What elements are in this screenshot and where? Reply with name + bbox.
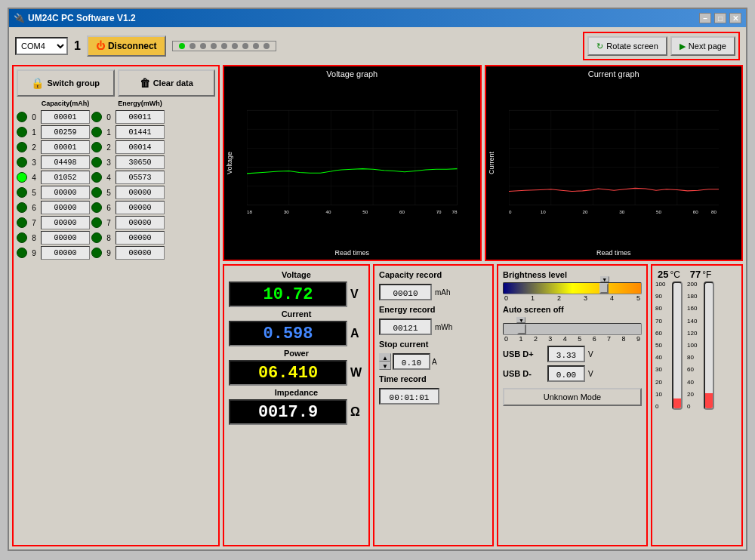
switch-clear-row: 🔒 Switch group 🗑 Clear data xyxy=(17,69,215,97)
impedance-label: Impedance xyxy=(229,388,364,397)
stop-current-row: ▲ ▼ 0.10 A xyxy=(379,353,488,370)
main-body: 🔒 Switch group 🗑 Clear data Capacity(mAh… xyxy=(12,65,743,546)
led-left-7[interactable] xyxy=(17,217,27,228)
switch-group-button[interactable]: 🔒 Switch group xyxy=(17,69,115,97)
minimize-button[interactable]: – xyxy=(699,13,711,23)
ch-val-right-4: 05573 xyxy=(116,171,165,184)
com-port-select[interactable]: COM4 xyxy=(15,37,68,55)
celsius-scale: 100 90 80 70 60 50 40 30 20 10 xyxy=(655,282,665,410)
led-left-6[interactable] xyxy=(17,202,27,213)
led-right-1[interactable] xyxy=(91,127,102,137)
ch-val-left-4: 01052 xyxy=(41,171,90,184)
led-1 xyxy=(179,43,185,49)
time-record-value: 00:01:01 xyxy=(379,388,439,405)
svg-text:30: 30 xyxy=(619,209,624,214)
led-left-1[interactable] xyxy=(17,127,27,137)
ch-val-left-2: 00001 xyxy=(41,140,90,154)
brightness-thumb[interactable] xyxy=(599,283,609,294)
channel-list: 0000010000111002591014412000012000143044… xyxy=(17,110,215,260)
current-graph-panel: Current graph Current xyxy=(485,65,744,261)
led-left-5[interactable] xyxy=(17,187,27,198)
stop-current-value: 0.10 xyxy=(393,353,430,370)
svg-text:40: 40 xyxy=(325,209,331,214)
svg-text:78: 78 xyxy=(452,209,458,214)
usb-dplus-unit: V xyxy=(588,350,593,358)
voltage-graph-title: Voltage graph xyxy=(224,69,480,78)
thermometer-panel: 25 °C 100 90 80 70 60 xyxy=(651,264,743,546)
usb-dminus-unit: V xyxy=(588,370,593,378)
channel-row-3: 304498330650 xyxy=(17,155,215,169)
brightness-track[interactable] xyxy=(503,282,642,294)
auto-screen-thumb[interactable] xyxy=(517,324,526,334)
rotate-screen-button[interactable]: ↻ Rotate screen xyxy=(587,36,667,56)
led-left-9[interactable] xyxy=(17,248,27,258)
spin-up-button[interactable]: ▲ xyxy=(379,353,391,362)
usb-dplus-row: USB D+ 3.33 V xyxy=(503,346,642,362)
voltage-label: Voltage xyxy=(229,270,364,279)
next-page-button[interactable]: ▶ Next page xyxy=(670,36,735,56)
channel-row-5: 500000500000 xyxy=(17,186,215,199)
ch-val-right-3: 30650 xyxy=(116,155,165,169)
current-display: 0.598 xyxy=(229,321,347,346)
led-left-2[interactable] xyxy=(17,142,27,152)
dot-indicators xyxy=(172,41,578,51)
capacity-row: 00010 mAh xyxy=(379,284,488,300)
led-right-5[interactable] xyxy=(91,187,102,198)
spin-down-button[interactable]: ▼ xyxy=(379,362,391,370)
channel-row-7: 700000700000 xyxy=(17,216,215,229)
data-row: Voltage 10.72 V Current 0.598 A Power xyxy=(223,264,743,546)
brightness-dropdown[interactable]: ▼ xyxy=(600,276,609,282)
left-panel: 🔒 Switch group 🗑 Clear data Capacity(mAh… xyxy=(12,65,220,546)
time-record-label: Time record xyxy=(379,374,488,383)
usb-dplus-label: USB D+ xyxy=(503,349,544,358)
svg-text:20: 20 xyxy=(582,209,587,214)
usb-dplus-value: 3.33 xyxy=(547,346,585,362)
led-right-3[interactable] xyxy=(91,157,102,168)
led-left-3[interactable] xyxy=(17,157,27,168)
fahrenheit-unit: °F xyxy=(702,269,711,280)
led-right-7[interactable] xyxy=(91,217,102,228)
led-right-4[interactable] xyxy=(91,172,102,183)
clear-data-button[interactable]: 🗑 Clear data xyxy=(118,69,216,97)
maximize-button[interactable]: □ xyxy=(714,13,726,23)
stop-current-unit: A xyxy=(432,358,437,366)
close-button[interactable]: ✕ xyxy=(729,13,741,23)
nav-buttons-group: ↻ Rotate screen ▶ Next page xyxy=(583,32,740,60)
voltage-x-label: Read times xyxy=(224,249,480,257)
auto-screen-track[interactable] xyxy=(503,323,642,335)
ch-idx-right-9: 9 xyxy=(103,249,114,257)
led-right-6[interactable] xyxy=(91,202,102,213)
ch-val-left-9: 00000 xyxy=(41,246,90,260)
svg-text:0: 0 xyxy=(509,209,512,214)
impedance-unit: Ω xyxy=(350,405,364,419)
svg-text:60: 60 xyxy=(692,209,698,214)
fahrenheit-thermo-body: 200 180 160 140 120 100 80 60 40 20 xyxy=(687,282,714,410)
ch-idx-left-3: 3 xyxy=(29,158,39,167)
ch-val-right-7: 00000 xyxy=(116,216,165,229)
current-y-label: Current xyxy=(488,152,495,174)
led-left-0[interactable] xyxy=(17,112,27,122)
ch-idx-right-2: 2 xyxy=(103,143,114,152)
led-right-0[interactable] xyxy=(91,112,102,122)
channel-row-4: 401052405573 xyxy=(17,171,215,184)
voltage-y-label: Voltage xyxy=(226,152,233,174)
ch-idx-left-6: 6 xyxy=(29,204,39,212)
led-right-9[interactable] xyxy=(91,248,102,258)
ch-val-right-9: 00000 xyxy=(116,246,165,260)
ch-idx-right-0: 0 xyxy=(103,113,114,122)
led-right-2[interactable] xyxy=(91,142,102,152)
auto-screen-label: Auto screen off xyxy=(503,305,642,314)
capacity-value: 00010 xyxy=(379,284,432,300)
led-right-8[interactable] xyxy=(91,232,102,243)
led-left-4[interactable] xyxy=(17,172,27,183)
svg-text:80: 80 xyxy=(711,209,716,214)
led-left-8[interactable] xyxy=(17,232,27,243)
disconnect-button[interactable]: ⏻ Disconnect xyxy=(87,35,166,57)
graphs-row: Voltage graph Voltage xyxy=(223,65,743,261)
auto-screen-dropdown[interactable]: ▼ xyxy=(516,317,525,323)
auto-screen-slider-wrap: ▼ 0123456789 xyxy=(503,317,642,343)
ch-idx-left-8: 8 xyxy=(29,234,39,242)
unknown-mode-button[interactable]: Unknown Mode xyxy=(503,388,642,406)
svg-text:10: 10 xyxy=(540,209,545,214)
celsius-thermo-body: 100 90 80 70 60 50 40 30 20 10 xyxy=(655,282,683,410)
